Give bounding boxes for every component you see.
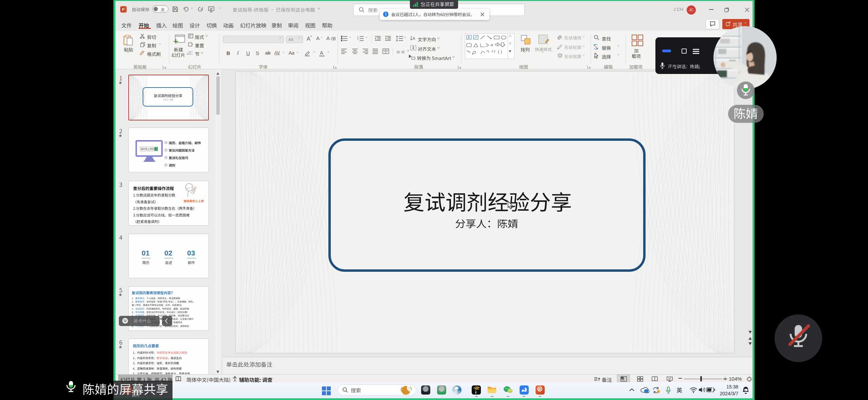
- svg-text:b: b: [595, 45, 597, 49]
- svg-text:P: P: [122, 7, 125, 12]
- svg-text:2: 2: [357, 38, 359, 40]
- svg-text:z: z: [745, 389, 746, 391]
- svg-text:F: F: [475, 391, 477, 394]
- svg-text:A: A: [468, 36, 470, 39]
- svg-text:A: A: [413, 36, 415, 40]
